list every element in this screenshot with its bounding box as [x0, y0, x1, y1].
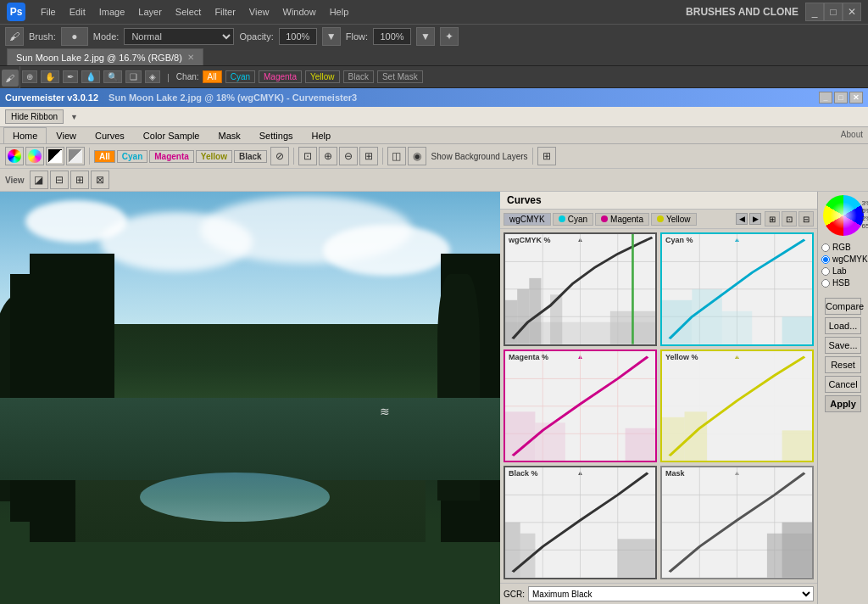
mode-hsb[interactable]: HSB	[821, 278, 865, 288]
about-link[interactable]: About	[836, 127, 868, 143]
cm-zoom-fit[interactable]: ⊡	[298, 147, 317, 165]
menu-window[interactable]: Window	[276, 4, 323, 20]
channel-cyan-btn[interactable]: Cyan	[225, 70, 255, 83]
curve-box-black[interactable]: Black % ▲	[504, 466, 657, 579]
save-button[interactable]: Save...	[825, 337, 861, 354]
sec-btn-stamp[interactable]: ❑	[125, 70, 142, 83]
flow-dropdown[interactable]: ▼	[416, 27, 435, 46]
mode-hsb-radio[interactable]	[821, 279, 830, 288]
sec-btn-hand[interactable]: ✋	[41, 70, 59, 83]
cm-zoom-actual[interactable]: ⊞	[359, 147, 378, 165]
close-btn[interactable]: ✕	[843, 3, 861, 21]
sec-btn-eyedrop[interactable]: 💧	[81, 70, 100, 83]
cm-ch-black[interactable]: Black	[234, 150, 267, 163]
cm-color3-btn[interactable]	[46, 147, 64, 165]
curve-box-wgcmyk[interactable]: wgCMYK % ▲	[504, 232, 657, 346]
opacity-dropdown[interactable]: ▼	[322, 27, 341, 46]
reset-button[interactable]: Reset	[825, 356, 861, 373]
gcr-select[interactable]: Maximum Black None Light Medium Heavy Cu…	[528, 586, 814, 601]
mode-wgcmyk-radio[interactable]	[821, 255, 830, 264]
cancel-button[interactable]: Cancel	[825, 376, 861, 393]
curves-nav-next[interactable]: ▶	[749, 213, 761, 225]
mode-select[interactable]: Normal	[124, 28, 234, 45]
set-mask-btn[interactable]: Set Mask	[377, 70, 423, 83]
minimize-btn[interactable]: _	[805, 3, 824, 21]
tool-brush[interactable]: 🖌	[2, 70, 19, 87]
cm-ch-all[interactable]: All	[94, 150, 115, 163]
cm-tab-home[interactable]: Home	[3, 127, 47, 143]
cm-layer-icon[interactable]: ◫	[387, 147, 406, 165]
cm-tab-colorsample[interactable]: Color Sample	[134, 127, 209, 143]
opacity-input[interactable]	[279, 28, 317, 45]
curve-box-mask[interactable]: Mask ▲	[660, 466, 814, 579]
view-btn1[interactable]: ◪	[30, 171, 48, 189]
brush-size-selector[interactable]: ●	[61, 27, 88, 46]
compare-button[interactable]: Compare	[825, 298, 861, 315]
cm-tab-view[interactable]: View	[47, 127, 86, 143]
cm-tab-settings[interactable]: Settings	[250, 127, 303, 143]
apply-button[interactable]: Apply	[825, 395, 861, 412]
pct-display: 3% 6% 2% 65%	[861, 199, 868, 230]
curve-tab-yellow[interactable]: Yellow	[651, 213, 697, 226]
menu-edit[interactable]: Edit	[63, 4, 92, 20]
view-btn2[interactable]: ⊟	[50, 171, 69, 189]
sec-btn-extra[interactable]: ◈	[145, 70, 160, 83]
menu-filter[interactable]: Filter	[208, 4, 242, 20]
menu-help[interactable]: Help	[323, 4, 356, 20]
menu-image[interactable]: Image	[92, 4, 132, 20]
menu-select[interactable]: Select	[169, 4, 209, 20]
curve-box-yellow[interactable]: Yellow % ▲	[660, 350, 814, 463]
mode-lab[interactable]: Lab	[821, 266, 865, 276]
curve-icon3[interactable]: ⊟	[798, 211, 814, 226]
cm-color2-btn[interactable]	[25, 147, 44, 165]
cm-minimize-btn[interactable]: _	[819, 92, 832, 103]
cm-ch-magenta[interactable]: Magenta	[149, 150, 194, 163]
cm-ch-cyan[interactable]: Cyan	[117, 150, 147, 163]
curve-box-magenta[interactable]: Magenta % ▲	[504, 350, 657, 463]
cm-zoom-in[interactable]: ⊕	[319, 147, 337, 165]
channel-magenta-btn[interactable]: Magenta	[259, 70, 302, 83]
cm-maximize-btn[interactable]: □	[834, 92, 848, 103]
tab-close-icon[interactable]: ✕	[187, 53, 194, 62]
cm-options-icon[interactable]: ⊞	[537, 147, 556, 165]
cm-mask-icon[interactable]: ⊘	[270, 147, 289, 165]
view-btn4[interactable]: ⊠	[91, 171, 109, 189]
cm-tab-help[interactable]: Help	[303, 127, 341, 143]
sec-btn-zoom[interactable]: 🔍	[103, 70, 122, 83]
mode-rgb-radio[interactable]	[821, 243, 830, 252]
curve-icon1[interactable]: ⊞	[765, 211, 780, 226]
menu-layer[interactable]: Layer	[131, 4, 169, 20]
mode-rgb[interactable]: RGB	[821, 243, 865, 252]
cm-eye-icon[interactable]: ◉	[408, 147, 426, 165]
load-button[interactable]: Load...	[825, 317, 861, 334]
view-btn3[interactable]: ⊞	[70, 171, 89, 189]
brush-tool-icon[interactable]: 🖌	[5, 27, 24, 46]
mode-wgcmyk[interactable]: wgCMYK	[821, 254, 865, 264]
channel-all-btn[interactable]: All	[203, 70, 222, 83]
curve-tab-magenta[interactable]: Magenta	[595, 213, 649, 226]
flow-input[interactable]	[373, 28, 411, 45]
sec-btn-brush[interactable]: ✒	[63, 70, 78, 83]
hide-ribbon-btn[interactable]: Hide Ribbon	[5, 109, 64, 124]
cm-color4-btn[interactable]	[66, 147, 85, 165]
menu-file[interactable]: File	[34, 4, 63, 20]
curve-box-cyan[interactable]: Cyan % ▲	[660, 232, 814, 346]
airbrush-icon[interactable]: ✦	[440, 27, 459, 46]
curves-nav-prev[interactable]: ◀	[736, 213, 748, 225]
cm-color-wheel-btn[interactable]	[5, 147, 24, 165]
cm-zoom-out[interactable]: ⊖	[339, 147, 358, 165]
cm-close-btn[interactable]: ✕	[849, 92, 863, 103]
channel-black-btn[interactable]: Black	[343, 70, 374, 83]
curve-tab-wgcmyk[interactable]: wgCMYK	[504, 213, 551, 226]
mode-lab-radio[interactable]	[821, 267, 830, 276]
curve-tab-cyan[interactable]: Cyan	[553, 213, 593, 226]
cm-ch-yellow[interactable]: Yellow	[196, 150, 232, 163]
menu-view[interactable]: View	[242, 4, 276, 20]
sec-btn-target[interactable]: ⊕	[22, 70, 37, 83]
maximize-btn[interactable]: □	[824, 3, 843, 21]
document-tab[interactable]: Sun Moon Lake 2.jpg @ 16.7% (RGB/8) ✕	[7, 48, 203, 65]
cm-tab-mask[interactable]: Mask	[209, 127, 249, 143]
cm-tab-curves[interactable]: Curves	[86, 127, 134, 143]
channel-yellow-btn[interactable]: Yellow	[305, 70, 340, 83]
curve-icon2[interactable]: ⊡	[782, 211, 797, 226]
